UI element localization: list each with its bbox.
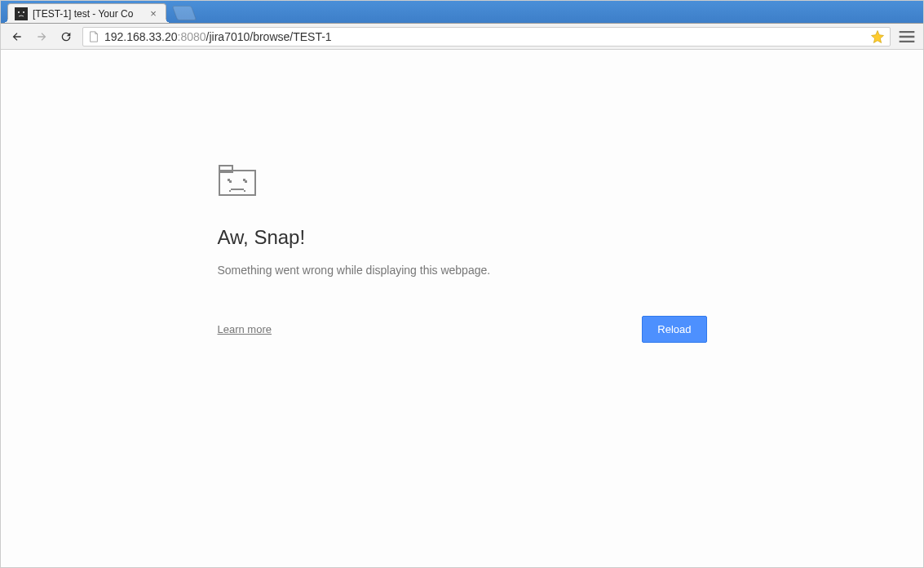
tab-close-icon[interactable]: ×	[148, 8, 159, 20]
url-host: 192.168.33.20	[104, 30, 178, 43]
svg-rect-5	[229, 180, 232, 183]
error-actions: Learn more Reload	[218, 316, 707, 343]
svg-rect-10	[244, 190, 245, 192]
hamburger-icon	[895, 25, 918, 48]
svg-rect-8	[231, 189, 244, 190]
toolbar: 192.168.33.20:8080/jira7010/browse/TEST-…	[1, 24, 923, 50]
reload-button[interactable]: Reload	[642, 316, 706, 343]
favicon-sad-icon	[15, 7, 28, 20]
svg-rect-9	[229, 190, 231, 192]
sad-folder-icon	[218, 164, 259, 197]
svg-rect-2	[219, 171, 255, 195]
new-tab-button[interactable]	[172, 6, 197, 20]
error-block: Aw, Snap! Something went wrong while dis…	[218, 164, 707, 343]
bookmark-button[interactable]	[870, 29, 885, 44]
error-message: Something went wrong while displaying th…	[218, 264, 707, 277]
tab-title: [TEST-1] test - Your Co	[33, 8, 144, 20]
error-title: Aw, Snap!	[218, 226, 707, 249]
star-icon	[870, 29, 885, 44]
back-arrow-icon	[11, 30, 24, 43]
back-button[interactable]	[6, 26, 29, 47]
svg-rect-0	[18, 11, 20, 13]
svg-rect-1	[23, 11, 24, 13]
reload-nav-button[interactable]	[55, 26, 77, 47]
browser-tab[interactable]: [TEST-1] test - Your Co ×	[7, 3, 166, 23]
address-bar[interactable]: 192.168.33.20:8080/jira7010/browse/TEST-…	[82, 27, 891, 47]
forward-button	[30, 26, 53, 47]
forward-arrow-icon	[35, 30, 48, 43]
url-text: 192.168.33.20:8080/jira7010/browse/TEST-…	[104, 30, 870, 43]
url-path: /jira7010/browse/TEST-1	[206, 30, 332, 43]
url-port: :8080	[178, 30, 206, 43]
page-content: Aw, Snap! Something went wrong while dis…	[1, 50, 923, 567]
learn-more-link[interactable]: Learn more	[218, 323, 272, 335]
reload-icon	[60, 30, 73, 43]
tab-bar: [TEST-1] test - Your Co ×	[1, 1, 923, 24]
svg-rect-7	[245, 180, 247, 183]
browser-menu-button[interactable]	[895, 26, 918, 47]
page-icon	[88, 31, 99, 42]
